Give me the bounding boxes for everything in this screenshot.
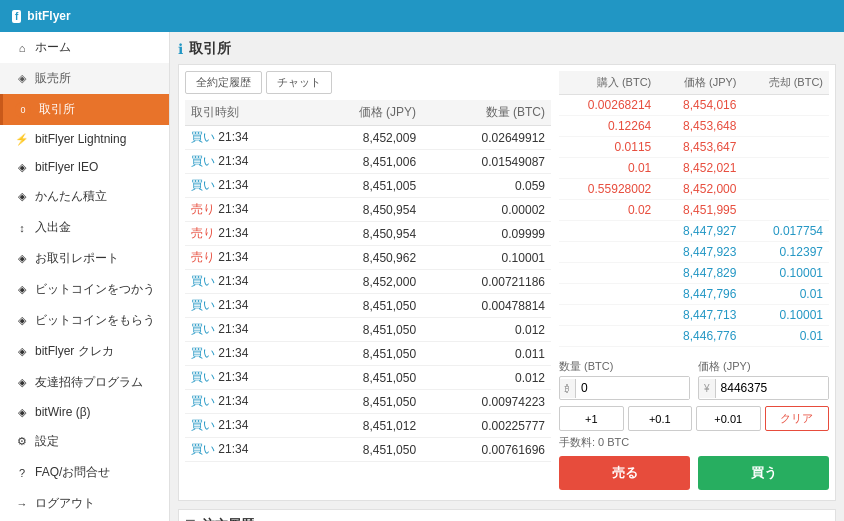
order-qty: 0.00721186 — [422, 270, 551, 294]
sidebar-item-settings-label: 設定 — [35, 433, 59, 450]
sidebar: ⌂ ホーム ◈ 販売所 0 取引所 ⚡ bitFlyer Lightning ◈… — [0, 32, 170, 521]
depth-buy: 0.55928002 — [559, 179, 657, 200]
tab-all[interactable]: 全約定履歴 — [185, 71, 262, 94]
morau-icon: ◈ — [15, 314, 29, 327]
tabs-bar: 全約定履歴 チャット — [185, 71, 551, 94]
qty-input[interactable] — [576, 377, 689, 399]
depth-sell — [742, 95, 829, 116]
table-row: 買い 21:34 8,451,050 0.011 — [185, 342, 551, 366]
torihiki-badge: 0 — [15, 102, 31, 118]
depth-price: 8,452,021 — [657, 158, 742, 179]
table-row: 買い 21:34 8,451,050 0.00478814 — [185, 294, 551, 318]
order-qty: 0.02649912 — [422, 126, 551, 150]
order-type-label: 買い — [191, 178, 215, 192]
kantan-icon: ◈ — [15, 190, 29, 203]
sidebar-item-affiliate[interactable]: ◈ 友達招待プログラム — [0, 367, 169, 398]
order-time: 買い 21:34 — [185, 318, 304, 342]
sidebar-item-torihiki-label: 取引所 — [39, 101, 75, 118]
sidebar-item-torihiki[interactable]: 0 取引所 — [0, 94, 169, 125]
order-time: 買い 21:34 — [185, 342, 304, 366]
depth-buy — [559, 326, 657, 347]
page-title: 取引所 — [189, 40, 231, 58]
qty-btn-1[interactable]: +1 — [559, 406, 624, 431]
depth-row: 8,447,713 0.10001 — [559, 305, 829, 326]
qty-label: 数量 (BTC) — [559, 359, 690, 374]
order-time: 売り 21:34 — [185, 198, 304, 222]
sidebar-item-faq-label: FAQ/お問合せ — [35, 464, 110, 481]
order-type-label: 売り — [191, 226, 215, 240]
action-btns: 売る 買う — [559, 456, 829, 490]
order-time: 買い 21:34 — [185, 150, 304, 174]
qty-btn-clear[interactable]: クリア — [765, 406, 830, 431]
buy-button[interactable]: 買う — [698, 456, 829, 490]
depth-row: 8,446,776 0.01 — [559, 326, 829, 347]
sidebar-item-logout-label: ログアウト — [35, 495, 95, 512]
order-price: 8,450,954 — [304, 222, 423, 246]
order-price: 8,451,050 — [304, 318, 423, 342]
table-row: 買い 21:34 8,452,000 0.00721186 — [185, 270, 551, 294]
depth-price: 8,452,000 — [657, 179, 742, 200]
layout: ⌂ ホーム ◈ 販売所 0 取引所 ⚡ bitFlyer Lightning ◈… — [0, 32, 844, 521]
order-qty: 0.059 — [422, 174, 551, 198]
section-icon: ℹ — [178, 41, 183, 57]
sidebar-item-kantan[interactable]: ◈ かんたん積立 — [0, 181, 169, 212]
qty-btn-01[interactable]: +0.1 — [628, 406, 693, 431]
price-icon: ¥ — [699, 379, 716, 398]
sidebar-item-settings[interactable]: ⚙ 設定 — [0, 426, 169, 457]
sidebar-item-report[interactable]: ◈ お取引レポート — [0, 243, 169, 274]
sidebar-item-morau[interactable]: ◈ ビットコインをもらう — [0, 305, 169, 336]
depth-buy: 0.12264 — [559, 116, 657, 137]
depth-buy — [559, 263, 657, 284]
order-qty: 0.00974223 — [422, 390, 551, 414]
sidebar-item-faq[interactable]: ? FAQ/お問合せ — [0, 457, 169, 488]
sidebar-item-card[interactable]: ◈ bitFlyer クレカ — [0, 336, 169, 367]
order-type-label: 買い — [191, 154, 215, 168]
sell-button[interactable]: 売る — [559, 456, 690, 490]
table-row: 買い 21:34 8,451,005 0.059 — [185, 174, 551, 198]
depth-sell: 0.12397 — [742, 242, 829, 263]
depth-row: 0.00268214 8,454,016 — [559, 95, 829, 116]
order-price: 8,451,050 — [304, 438, 423, 462]
qty-btn-001[interactable]: +0.01 — [696, 406, 761, 431]
logo-text: bitFlyer — [27, 9, 70, 23]
sidebar-item-ieo[interactable]: ◈ bitFlyer IEO — [0, 153, 169, 181]
order-table: 取引時刻 価格 (JPY) 数量 (BTC) 買い 21:34 8,452,00… — [185, 100, 551, 462]
sidebar-item-ieo-label: bitFlyer IEO — [35, 160, 98, 174]
col-qty: 数量 (BTC) — [422, 100, 551, 126]
sidebar-item-hanbai[interactable]: ◈ 販売所 — [0, 63, 169, 94]
order-price: 8,451,012 — [304, 414, 423, 438]
depth-price: 8,446,776 — [657, 326, 742, 347]
depth-row: 8,447,923 0.12397 — [559, 242, 829, 263]
depth-row: 0.02 8,451,995 — [559, 200, 829, 221]
report-icon: ◈ — [15, 252, 29, 265]
right-panel: 購入 (BTC) 価格 (JPY) 売却 (BTC) 0.00268214 8,… — [559, 71, 829, 494]
depth-price: 8,451,995 — [657, 200, 742, 221]
section-header: ℹ 取引所 — [178, 40, 836, 58]
depth-col-buy: 購入 (BTC) — [559, 71, 657, 95]
sidebar-item-home[interactable]: ⌂ ホーム — [0, 32, 169, 63]
order-qty: 0.012 — [422, 366, 551, 390]
price-input-wrap: ¥ — [698, 376, 829, 400]
order-time: 買い 21:34 — [185, 438, 304, 462]
history-title: 注文履歴 — [202, 516, 254, 521]
sidebar-item-logout[interactable]: → ログアウト — [0, 488, 169, 519]
price-field: 価格 (JPY) ¥ — [698, 359, 829, 400]
sidebar-item-tsukau[interactable]: ◈ ビットコインをつかう — [0, 274, 169, 305]
sidebar-item-nyushukin[interactable]: ↕ 入出金 — [0, 212, 169, 243]
logout-icon: → — [15, 498, 29, 510]
sidebar-item-card-label: bitFlyer クレカ — [35, 343, 114, 360]
depth-buy — [559, 305, 657, 326]
sidebar-item-bitwire[interactable]: ◈ bitWire (β) — [0, 398, 169, 426]
sidebar-item-nyushukin-label: 入出金 — [35, 219, 71, 236]
order-form: 数量 (BTC) ₿ 価格 (JPY) ¥ — [559, 355, 829, 494]
sidebar-item-hanbai-label: 販売所 — [35, 70, 71, 87]
hanbai-icon: ◈ — [15, 72, 29, 85]
sidebar-item-lightning[interactable]: ⚡ bitFlyer Lightning — [0, 125, 169, 153]
depth-price: 8,447,713 — [657, 305, 742, 326]
depth-row: 8,447,829 0.10001 — [559, 263, 829, 284]
price-input[interactable] — [716, 377, 828, 399]
order-type-label: 買い — [191, 298, 215, 312]
depth-row: 0.0115 8,453,647 — [559, 137, 829, 158]
order-qty: 0.00478814 — [422, 294, 551, 318]
tab-chat[interactable]: チャット — [266, 71, 332, 94]
